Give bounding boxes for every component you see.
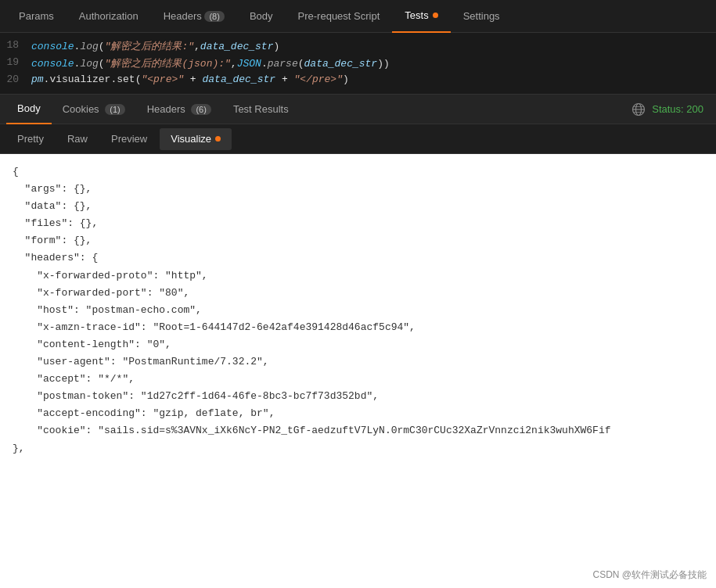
visualize-dot-indicator bbox=[215, 136, 221, 142]
view-tab-raw-label: Raw bbox=[67, 133, 88, 145]
tab-headers-label: Headers (8) bbox=[164, 10, 225, 22]
tab-params-label: Params bbox=[19, 10, 54, 22]
view-tab-raw[interactable]: Raw bbox=[56, 128, 99, 150]
json-line-data: "data": {}, bbox=[13, 198, 703, 215]
tab-prerequest[interactable]: Pre-request Script bbox=[286, 0, 393, 33]
tab-settings-label: Settings bbox=[463, 10, 500, 22]
json-line-xfp: "x-forwarded-proto": "http", bbox=[13, 267, 703, 285]
json-line-form: "form": {}, bbox=[13, 232, 703, 249]
line-content-18: console.log("解密之后的结果:",data_dec_str) bbox=[31, 39, 716, 53]
view-tab-pretty[interactable]: Pretty bbox=[6, 128, 55, 150]
json-line-acceptenc: "accept-encoding": "gzip, deflate, br", bbox=[13, 405, 703, 422]
globe-icon bbox=[631, 102, 646, 117]
view-tab-preview[interactable]: Preview bbox=[100, 128, 158, 150]
response-tab-body-label: Body bbox=[17, 102, 41, 114]
top-tab-bar: Params Authorization Headers (8) Body Pr… bbox=[0, 0, 716, 33]
view-tab-preview-label: Preview bbox=[111, 133, 147, 145]
json-line-headers-open: "headers": { bbox=[13, 249, 703, 267]
json-line-files: "files": {}, bbox=[13, 215, 703, 232]
tab-body[interactable]: Body bbox=[237, 0, 286, 33]
line-num-19: 19 bbox=[0, 56, 31, 68]
tab-settings[interactable]: Settings bbox=[451, 0, 513, 33]
tests-dot-indicator bbox=[433, 13, 438, 18]
json-line-postmantoken: "postman-token": "1d27c2ff-1d64-46fe-8bc… bbox=[13, 388, 703, 405]
response-status-area: Status: 200 bbox=[631, 102, 710, 117]
tab-tests-label: Tests bbox=[405, 9, 428, 21]
view-tab-pretty-label: Pretty bbox=[17, 133, 44, 145]
tab-tests[interactable]: Tests bbox=[392, 0, 450, 33]
line-num-18: 18 bbox=[0, 39, 31, 51]
tab-authorization[interactable]: Authorization bbox=[67, 0, 151, 33]
view-tab-visualize-label: Visualize bbox=[171, 133, 211, 145]
response-tab-testresults-label: Test Results bbox=[233, 103, 289, 115]
json-line-close: }, bbox=[13, 440, 703, 457]
tab-headers[interactable]: Headers (8) bbox=[151, 0, 237, 33]
json-line-useragent: "user-agent": "PostmanRuntime/7.32.2", bbox=[13, 353, 703, 371]
line-content-20: pm.visualizer.set("<pre>" + data_dec_str… bbox=[31, 74, 716, 85]
response-tab-bar: Body Cookies (1) Headers (6) Test Result… bbox=[0, 95, 716, 124]
code-line-19: 19 console.log("解密之后的结果(json):",JSON.par… bbox=[0, 55, 716, 72]
response-tab-cookies-label: Cookies (1) bbox=[63, 103, 125, 115]
code-line-18: 18 console.log("解密之后的结果:",data_dec_str) bbox=[0, 38, 716, 55]
json-line-xfport: "x-forwarded-port": "80", bbox=[13, 285, 703, 302]
json-line-host: "host": "postman-echo.com", bbox=[13, 302, 703, 319]
response-tab-body[interactable]: Body bbox=[6, 95, 52, 124]
json-line-contentlen: "content-length": "0", bbox=[13, 336, 703, 353]
watermark: CSDN @软件测试必备技能 bbox=[592, 568, 707, 582]
view-tab-bar: Pretty Raw Preview Visualize bbox=[0, 124, 716, 154]
json-line-open: { bbox=[13, 163, 703, 181]
line-num-20: 20 bbox=[0, 74, 31, 85]
response-tab-testresults[interactable]: Test Results bbox=[222, 95, 300, 124]
json-line-cookie: "cookie": "sails.sid=s%3AVNx_iXk6NcY-PN2… bbox=[13, 422, 703, 439]
json-content-area: { "args": {}, "data": {}, "files": {}, "… bbox=[0, 154, 716, 588]
tab-body-label: Body bbox=[250, 10, 273, 22]
response-tab-headers-label: Headers (6) bbox=[147, 103, 211, 115]
json-line-xamzn: "x-amzn-trace-id": "Root=1-644147d2-6e42… bbox=[13, 319, 703, 336]
code-line-20: 20 pm.visualizer.set("<pre>" + data_dec_… bbox=[0, 72, 716, 89]
view-tab-visualize[interactable]: Visualize bbox=[160, 128, 232, 150]
code-editor: 18 console.log("解密之后的结果:",data_dec_str) … bbox=[0, 33, 716, 95]
line-content-19: console.log("解密之后的结果(json):",JSON.parse(… bbox=[31, 56, 716, 70]
status-badge: Status: 200 bbox=[652, 103, 703, 115]
tab-prerequest-label: Pre-request Script bbox=[298, 10, 380, 22]
response-tab-cookies[interactable]: Cookies (1) bbox=[52, 95, 136, 124]
json-line-args: "args": {}, bbox=[13, 181, 703, 198]
response-tab-headers[interactable]: Headers (6) bbox=[136, 95, 222, 124]
tab-params[interactable]: Params bbox=[6, 0, 67, 33]
json-line-accept: "accept": "*/*", bbox=[13, 371, 703, 388]
tab-authorization-label: Authorization bbox=[79, 10, 139, 22]
